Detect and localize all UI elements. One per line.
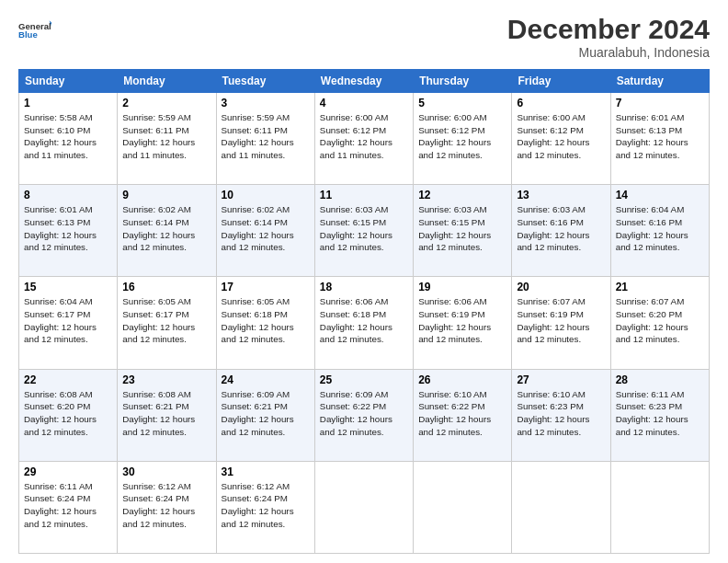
day-number: 31 <box>222 465 310 478</box>
title-block: December 2024 Muaralabuh, Indonesia <box>507 14 710 60</box>
calendar-cell: 11Sunrise: 6:03 AM Sunset: 6:15 PM Dayli… <box>314 185 413 277</box>
day-info: Sunrise: 6:08 AM Sunset: 6:20 PM Dayligh… <box>24 388 112 439</box>
calendar-cell <box>512 461 610 553</box>
calendar-cell: 27Sunrise: 6:10 AM Sunset: 6:23 PM Dayli… <box>512 369 610 461</box>
calendar-table: SundayMondayTuesdayWednesdayThursdayFrid… <box>18 69 710 554</box>
day-info: Sunrise: 6:07 AM Sunset: 6:19 PM Dayligh… <box>517 295 605 346</box>
day-number: 8 <box>24 189 112 201</box>
calendar-cell: 28Sunrise: 6:11 AM Sunset: 6:23 PM Dayli… <box>610 369 709 461</box>
day-info: Sunrise: 6:08 AM Sunset: 6:21 PM Dayligh… <box>122 388 210 439</box>
calendar-header-monday: Monday <box>118 70 216 93</box>
calendar-header-row: SundayMondayTuesdayWednesdayThursdayFrid… <box>19 70 710 93</box>
day-info: Sunrise: 6:09 AM Sunset: 6:22 PM Dayligh… <box>320 388 408 439</box>
day-info: Sunrise: 6:01 AM Sunset: 6:13 PM Dayligh… <box>616 111 704 162</box>
calendar-cell: 17Sunrise: 6:05 AM Sunset: 6:18 PM Dayli… <box>216 277 314 369</box>
day-number: 10 <box>222 189 310 201</box>
day-info: Sunrise: 6:00 AM Sunset: 6:12 PM Dayligh… <box>517 111 605 162</box>
calendar-header-tuesday: Tuesday <box>216 70 314 93</box>
day-info: Sunrise: 6:11 AM Sunset: 6:23 PM Dayligh… <box>616 388 704 439</box>
day-number: 9 <box>122 189 210 201</box>
calendar-cell: 26Sunrise: 6:10 AM Sunset: 6:22 PM Dayli… <box>414 369 512 461</box>
calendar-cell: 13Sunrise: 6:03 AM Sunset: 6:16 PM Dayli… <box>512 185 610 277</box>
day-info: Sunrise: 6:05 AM Sunset: 6:17 PM Dayligh… <box>122 295 210 346</box>
calendar-week-1: 1Sunrise: 5:58 AM Sunset: 6:10 PM Daylig… <box>19 93 710 185</box>
calendar-cell: 5Sunrise: 6:00 AM Sunset: 6:12 PM Daylig… <box>414 93 512 185</box>
calendar-cell: 9Sunrise: 6:02 AM Sunset: 6:14 PM Daylig… <box>118 185 216 277</box>
header: General Blue December 2024 Muaralabuh, I… <box>18 14 710 60</box>
calendar-cell: 10Sunrise: 6:02 AM Sunset: 6:14 PM Dayli… <box>216 185 314 277</box>
day-number: 21 <box>616 281 704 293</box>
day-info: Sunrise: 5:58 AM Sunset: 6:10 PM Dayligh… <box>24 111 112 162</box>
calendar-cell: 23Sunrise: 6:08 AM Sunset: 6:21 PM Dayli… <box>118 369 216 461</box>
calendar-cell: 2Sunrise: 5:59 AM Sunset: 6:11 PM Daylig… <box>118 93 216 185</box>
day-number: 28 <box>616 373 704 386</box>
day-number: 22 <box>24 373 112 386</box>
day-number: 12 <box>418 189 506 201</box>
day-number: 17 <box>222 281 310 293</box>
day-info: Sunrise: 6:03 AM Sunset: 6:16 PM Dayligh… <box>517 203 605 254</box>
calendar-cell: 19Sunrise: 6:06 AM Sunset: 6:19 PM Dayli… <box>414 277 512 369</box>
day-number: 26 <box>418 373 506 386</box>
calendar-cell: 20Sunrise: 6:07 AM Sunset: 6:19 PM Dayli… <box>512 277 610 369</box>
calendar-cell: 3Sunrise: 5:59 AM Sunset: 6:11 PM Daylig… <box>216 93 314 185</box>
day-number: 2 <box>122 97 210 109</box>
calendar-cell: 8Sunrise: 6:01 AM Sunset: 6:13 PM Daylig… <box>19 185 118 277</box>
day-info: Sunrise: 6:04 AM Sunset: 6:16 PM Dayligh… <box>616 203 704 254</box>
calendar-week-2: 8Sunrise: 6:01 AM Sunset: 6:13 PM Daylig… <box>19 185 710 277</box>
calendar-cell <box>414 461 512 553</box>
day-number: 14 <box>616 189 704 201</box>
calendar-week-3: 15Sunrise: 6:04 AM Sunset: 6:17 PM Dayli… <box>19 277 710 369</box>
day-number: 1 <box>24 97 112 109</box>
calendar-header-friday: Friday <box>512 70 610 93</box>
calendar-header-sunday: Sunday <box>19 70 118 93</box>
logo-icon: General Blue <box>18 14 51 47</box>
calendar-cell: 15Sunrise: 6:04 AM Sunset: 6:17 PM Dayli… <box>19 277 118 369</box>
calendar-cell: 4Sunrise: 6:00 AM Sunset: 6:12 PM Daylig… <box>314 93 413 185</box>
calendar-week-4: 22Sunrise: 6:08 AM Sunset: 6:20 PM Dayli… <box>19 369 710 461</box>
day-info: Sunrise: 6:07 AM Sunset: 6:20 PM Dayligh… <box>616 295 704 346</box>
day-number: 30 <box>122 465 210 478</box>
day-number: 19 <box>418 281 506 293</box>
calendar-cell: 16Sunrise: 6:05 AM Sunset: 6:17 PM Dayli… <box>118 277 216 369</box>
day-number: 5 <box>418 97 506 109</box>
day-info: Sunrise: 6:10 AM Sunset: 6:22 PM Dayligh… <box>418 388 506 439</box>
day-number: 3 <box>222 97 310 109</box>
day-number: 15 <box>24 281 112 293</box>
day-number: 20 <box>517 281 605 293</box>
day-info: Sunrise: 6:01 AM Sunset: 6:13 PM Dayligh… <box>24 203 112 254</box>
day-info: Sunrise: 6:04 AM Sunset: 6:17 PM Dayligh… <box>24 295 112 346</box>
day-number: 25 <box>320 373 408 386</box>
day-info: Sunrise: 6:10 AM Sunset: 6:23 PM Dayligh… <box>517 388 605 439</box>
day-info: Sunrise: 6:12 AM Sunset: 6:24 PM Dayligh… <box>122 480 210 531</box>
day-number: 24 <box>222 373 310 386</box>
day-info: Sunrise: 6:09 AM Sunset: 6:21 PM Dayligh… <box>222 388 310 439</box>
day-info: Sunrise: 6:05 AM Sunset: 6:18 PM Dayligh… <box>222 295 310 346</box>
subtitle: Muaralabuh, Indonesia <box>507 45 710 60</box>
day-info: Sunrise: 6:12 AM Sunset: 6:24 PM Dayligh… <box>222 480 310 531</box>
day-info: Sunrise: 6:02 AM Sunset: 6:14 PM Dayligh… <box>222 203 310 254</box>
calendar-cell: 31Sunrise: 6:12 AM Sunset: 6:24 PM Dayli… <box>216 461 314 553</box>
calendar-cell <box>314 461 413 553</box>
day-number: 27 <box>517 373 605 386</box>
calendar-cell: 1Sunrise: 5:58 AM Sunset: 6:10 PM Daylig… <box>19 93 118 185</box>
day-number: 6 <box>517 97 605 109</box>
day-info: Sunrise: 6:03 AM Sunset: 6:15 PM Dayligh… <box>418 203 506 254</box>
calendar-cell: 25Sunrise: 6:09 AM Sunset: 6:22 PM Dayli… <box>314 369 413 461</box>
day-info: Sunrise: 6:00 AM Sunset: 6:12 PM Dayligh… <box>320 111 408 162</box>
day-number: 11 <box>320 189 408 201</box>
page: General Blue December 2024 Muaralabuh, I… <box>0 0 728 563</box>
day-info: Sunrise: 5:59 AM Sunset: 6:11 PM Dayligh… <box>222 111 310 162</box>
svg-text:Blue: Blue <box>18 29 38 40</box>
day-info: Sunrise: 6:02 AM Sunset: 6:14 PM Dayligh… <box>122 203 210 254</box>
calendar-cell: 7Sunrise: 6:01 AM Sunset: 6:13 PM Daylig… <box>610 93 709 185</box>
calendar-cell: 30Sunrise: 6:12 AM Sunset: 6:24 PM Dayli… <box>118 461 216 553</box>
calendar-cell <box>610 461 709 553</box>
logo: General Blue <box>18 14 51 47</box>
day-info: Sunrise: 6:11 AM Sunset: 6:24 PM Dayligh… <box>24 480 112 531</box>
calendar-cell: 18Sunrise: 6:06 AM Sunset: 6:18 PM Dayli… <box>314 277 413 369</box>
calendar-week-5: 29Sunrise: 6:11 AM Sunset: 6:24 PM Dayli… <box>19 461 710 553</box>
day-number: 23 <box>122 373 210 386</box>
calendar-body: 1Sunrise: 5:58 AM Sunset: 6:10 PM Daylig… <box>19 93 710 554</box>
day-number: 29 <box>24 465 112 478</box>
day-number: 4 <box>320 97 408 109</box>
